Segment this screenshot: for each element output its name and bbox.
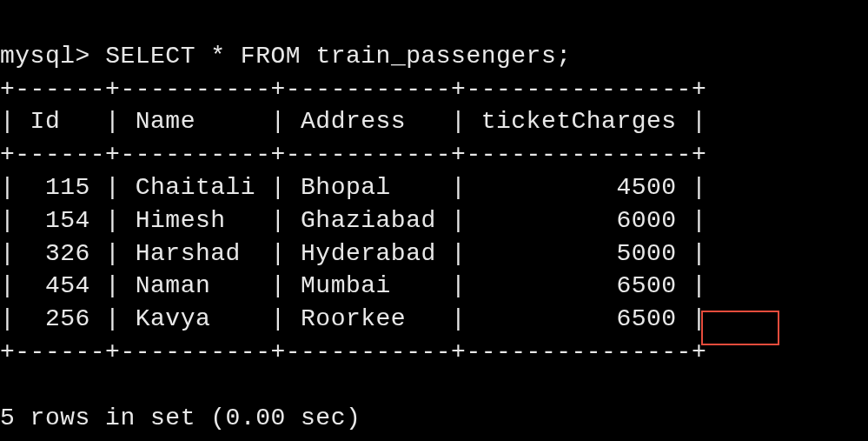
result-footer: 5 rows in set (0.00 sec)	[0, 404, 361, 431]
sql-query: SELECT * FROM train_passengers;	[105, 43, 571, 70]
table-border-top: +------+----------+-----------+---------…	[0, 76, 706, 103]
terminal-container: mysql> SELECT * FROM train_passengers; +…	[0, 7, 868, 434]
prompt-line: mysql> SELECT * FROM train_passengers;	[0, 43, 572, 70]
table-row: | 154 | Himesh | Ghaziabad | 6000 |	[0, 207, 706, 234]
table-row: | 326 | Harshad | Hyderabad | 5000 |	[0, 240, 706, 267]
table-row: | 115 | Chaitali | Bhopal | 4500 |	[0, 174, 706, 201]
table-border-mid: +------+----------+-----------+---------…	[0, 141, 706, 168]
table-border-bottom: +------+----------+-----------+---------…	[0, 338, 706, 365]
mysql-terminal-output: mysql> SELECT * FROM train_passengers; +…	[0, 7, 868, 434]
mysql-prompt: mysql>	[0, 43, 90, 70]
table-row: | 256 | Kavya | Roorkee | 6500 |	[0, 305, 706, 332]
table-row: | 454 | Naman | Mumbai | 6500 |	[0, 272, 706, 299]
table-header-row: | Id | Name | Address | ticketCharges |	[0, 108, 706, 135]
